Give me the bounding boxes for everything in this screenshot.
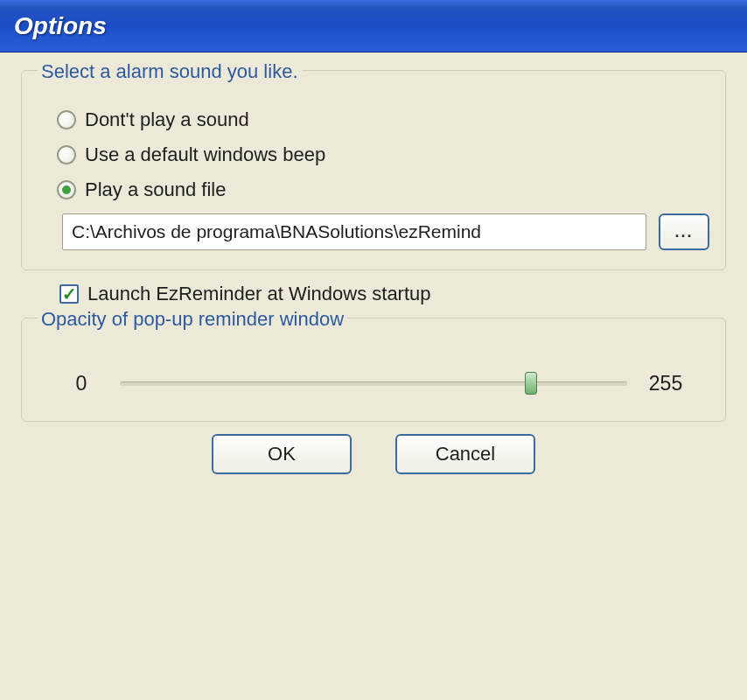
radio-sound-file-label: Play a sound file (85, 178, 226, 201)
sound-radio-group: Dont't play a sound Use a default window… (38, 108, 709, 250)
sound-legend: Select a alarm sound you like. (38, 60, 302, 83)
sound-fieldset: Select a alarm sound you like. Dont't pl… (21, 70, 726, 270)
opacity-max-label: 255 (648, 372, 683, 396)
window-title: Options (14, 12, 107, 40)
startup-checkbox-row[interactable]: Launch EzReminder at Windows startup (21, 283, 726, 305)
dialog-button-row: OK Cancel (21, 434, 726, 474)
dialog-content: Select a alarm sound you like. Dont't pl… (0, 52, 747, 488)
radio-default-beep[interactable]: Use a default windows beep (57, 144, 709, 166)
opacity-min-label: 0 (64, 372, 99, 396)
radio-default-beep-label: Use a default windows beep (85, 144, 325, 166)
radio-icon (57, 180, 76, 200)
opacity-fieldset: Opacity of pop-up reminder window 0 255 (21, 318, 726, 422)
radio-sound-file[interactable]: Play a sound file (57, 178, 709, 201)
file-row: ... (57, 214, 709, 250)
radio-icon (57, 110, 76, 130)
titlebar: Options (0, 0, 747, 52)
radio-icon (57, 145, 76, 164)
checkbox-icon (59, 284, 79, 304)
slider-thumb-icon (525, 372, 537, 395)
slider-track (120, 382, 627, 386)
radio-no-sound-label: Dont't play a sound (85, 108, 249, 131)
slider-row: 0 255 (38, 356, 709, 402)
browse-button[interactable]: ... (659, 214, 709, 250)
radio-no-sound[interactable]: Dont't play a sound (57, 108, 709, 131)
ok-button[interactable]: OK (212, 434, 352, 474)
sound-file-path-input[interactable] (62, 214, 646, 250)
cancel-button[interactable]: Cancel (395, 434, 535, 474)
opacity-slider[interactable] (120, 370, 627, 396)
startup-checkbox-label: Launch EzReminder at Windows startup (87, 283, 431, 305)
opacity-legend: Opacity of pop-up reminder window (38, 308, 347, 331)
